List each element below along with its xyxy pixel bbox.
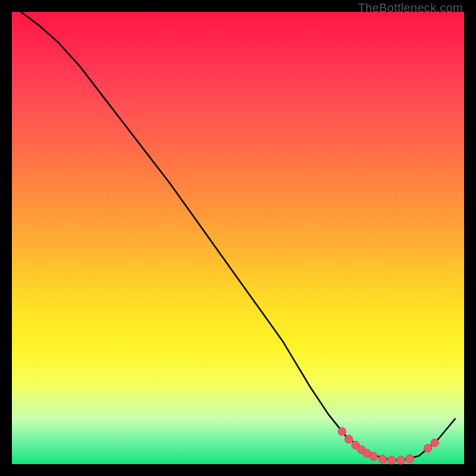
- bottleneck-curve: [21, 12, 455, 461]
- curve-marker: [369, 452, 378, 461]
- curve-marker: [345, 435, 353, 443]
- curve-marker: [378, 455, 387, 464]
- curve-marker: [424, 444, 432, 453]
- curve-marker: [431, 439, 439, 447]
- curve-marker: [338, 427, 346, 436]
- curve-markers: [338, 427, 439, 464]
- watermark-text: TheBottleneck.com: [358, 1, 463, 15]
- chart-frame: TheBottleneck.com: [0, 0, 476, 476]
- curve-marker: [388, 456, 396, 465]
- plot-area: [12, 12, 464, 464]
- curve-marker: [406, 455, 414, 463]
- curve-marker: [397, 456, 405, 465]
- curve-svg: [12, 12, 464, 464]
